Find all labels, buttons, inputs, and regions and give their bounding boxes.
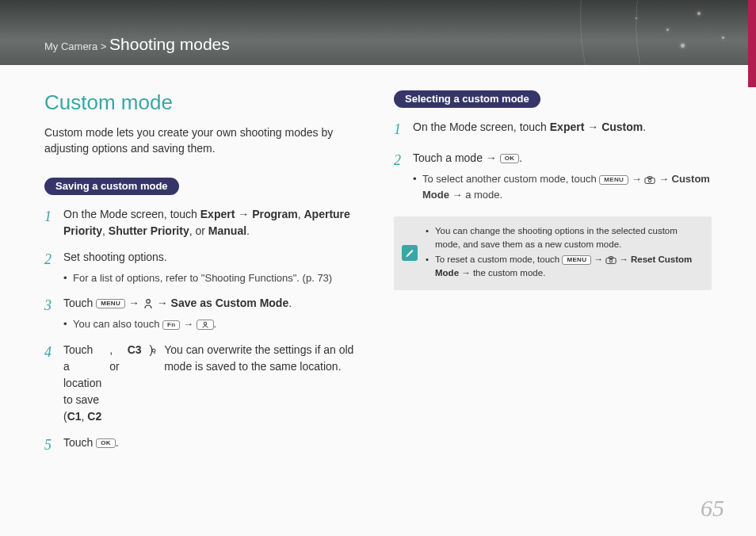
step-number: 1 (44, 206, 55, 239)
camera-settings-icon (605, 255, 617, 266)
step-2: 2 Set shooting options. For a list of op… (44, 249, 362, 286)
step-number: 3 (44, 295, 55, 332)
page-number: 65 (701, 495, 724, 522)
left-column: Custom mode Custom mode lets you create … (44, 90, 362, 465)
user-save-icon (197, 320, 214, 330)
substep: For a list of options, refer to "Shootin… (63, 270, 362, 286)
section-pill-saving: Saving a custom mode (44, 178, 179, 195)
svg-point-1 (204, 322, 207, 325)
menu-button-icon: MENU (96, 299, 125, 308)
step-body: Set shooting options. For a list of opti… (63, 249, 362, 286)
substep: You can overwrite the settings if an old… (164, 342, 362, 375)
note-icon (394, 216, 426, 290)
breadcrumb-section: Shooting modes (109, 35, 230, 53)
note-box: You can change the shooting options in t… (394, 216, 712, 290)
breadcrumb: My Camera > Shooting modes (44, 35, 230, 54)
accent-bar (748, 0, 756, 87)
step-number: 1 (394, 119, 405, 140)
ok-button-icon: OK (500, 154, 520, 163)
breadcrumb-root: My Camera (44, 40, 97, 52)
step-number: 2 (394, 150, 405, 202)
step-3: 3 Touch MENU → → Save as Custom Mode. Yo… (44, 295, 362, 332)
note-item: You can change the shooting options in t… (426, 224, 702, 251)
menu-button-icon: MENU (562, 255, 591, 265)
substep: You can also touch Fn → . (63, 316, 362, 332)
step-4: 4 Touch a location to save (C1, C2, or C… (44, 342, 362, 425)
breadcrumb-sep: > (101, 40, 107, 52)
step-number: 2 (44, 249, 55, 286)
step-1: 1 On the Mode screen, touch Expert → Pro… (44, 206, 362, 239)
selecting-steps: 1 On the Mode screen, touch Expert → Cus… (394, 119, 712, 202)
step-2: 2 Touch a mode → OK. To select another c… (394, 150, 712, 202)
fn-button-icon: Fn (162, 320, 180, 330)
page-header: My Camera > Shooting modes (0, 0, 756, 65)
step-body: Touch OK. (63, 435, 362, 456)
svg-point-0 (146, 300, 150, 304)
step-body: Touch a location to save (C1, C2 (63, 342, 101, 425)
svg-point-7 (609, 259, 613, 262)
step-body: On the Mode screen, touch Expert → Progr… (63, 206, 362, 239)
page-title: Custom mode (44, 90, 362, 115)
user-mode-icon (143, 298, 154, 309)
step-body: Touch MENU → → Save as Custom Mode. You … (63, 295, 362, 332)
ok-button-icon: OK (96, 438, 116, 448)
step-body: On the Mode screen, touch Expert → Custo… (413, 119, 712, 140)
step-body: Touch a mode → OK. To select another cus… (413, 150, 712, 202)
intro-text: Custom mode lets you create your own sho… (44, 124, 362, 157)
step-number: 5 (44, 435, 55, 456)
step-number: 4 (44, 342, 55, 425)
menu-button-icon: MENU (599, 175, 628, 185)
note-list: You can change the shooting options in t… (426, 216, 712, 290)
step-1: 1 On the Mode screen, touch Expert → Cus… (394, 119, 712, 140)
camera-settings-icon (644, 174, 655, 186)
substep: To select another custom mode, touch MEN… (413, 171, 712, 202)
saving-steps: 1 On the Mode screen, touch Expert → Pro… (44, 206, 362, 456)
header-decoration (518, 0, 756, 65)
section-pill-selecting: Selecting a custom mode (394, 90, 540, 108)
content-area: Custom mode Custom mode lets you create … (0, 65, 756, 465)
step-5: 5 Touch OK. (44, 435, 362, 456)
note-item: To reset a custom mode, touch MENU → → R… (426, 253, 702, 279)
svg-point-4 (649, 179, 652, 182)
right-column: Selecting a custom mode 1 On the Mode sc… (394, 90, 712, 465)
